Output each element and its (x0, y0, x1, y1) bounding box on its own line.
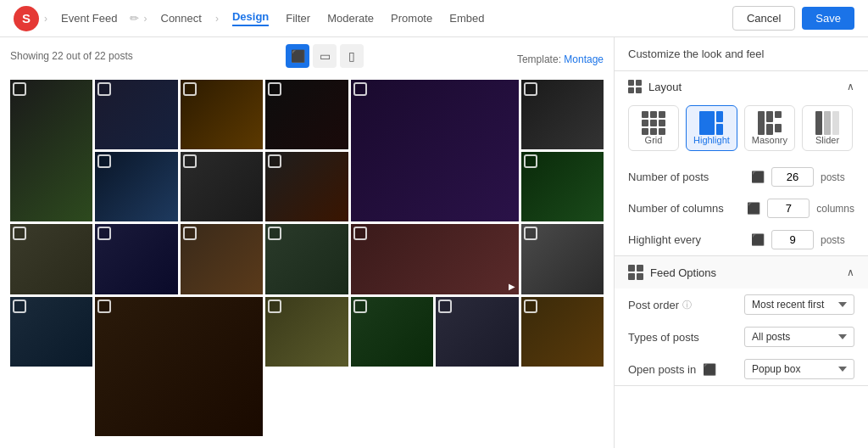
template-label: Template: Montage (517, 53, 604, 65)
breadcrumb-chevron: › (44, 13, 47, 25)
photo-cell-13[interactable] (181, 224, 263, 294)
nav-connect[interactable]: Connect (161, 12, 202, 25)
layout-label: Layout (648, 81, 682, 93)
nav-chevron-3: › (215, 13, 219, 25)
nav-chevron-2: › (144, 13, 147, 25)
device-tablet-icon[interactable]: ▭ (313, 44, 337, 68)
layout-section-header[interactable]: Layout ∧ (615, 71, 868, 102)
photo-cell-12[interactable] (95, 224, 177, 294)
photo-grid: ▶ (10, 80, 604, 436)
nav-filter[interactable]: Filter (286, 12, 310, 25)
left-panel: Showing 22 out of 22 posts ⬛ ▭ ▯ Templat… (0, 37, 614, 448)
device-bar: ⬛ ▭ ▯ (286, 44, 364, 68)
layout-options: Grid Highlight (615, 102, 868, 161)
num-columns-input[interactable] (767, 199, 810, 218)
feed-options-title: Feed Options (628, 265, 716, 280)
feed-options-section: Feed Options ∧ Post order ⓘ Most recent … (615, 256, 868, 386)
right-panel: Customize the look and feel Layout ∧ (614, 37, 868, 448)
num-columns-label: Number of columns (628, 202, 740, 215)
photo-cell-9[interactable] (265, 152, 348, 221)
layout-icon (628, 80, 642, 93)
photo-cell-20[interactable] (351, 297, 433, 367)
photo-cell-16[interactable] (521, 224, 604, 294)
types-of-posts-label: Types of posts (628, 331, 737, 344)
feed-options-label: Feed Options (650, 266, 716, 279)
photo-cell-1[interactable] (10, 80, 92, 221)
photo-cell-14[interactable] (265, 224, 348, 294)
logo: S (14, 6, 39, 31)
post-order-info-icon: ⓘ (682, 299, 692, 311)
save-button[interactable]: Save (802, 7, 854, 30)
photo-cell-18[interactable] (95, 297, 263, 436)
feed-options-chevron[interactable]: ∧ (847, 266, 854, 278)
types-of-posts-row: Types of posts All posts Photos only Vid… (615, 321, 868, 353)
showing-text: Showing 22 out of 22 posts (10, 50, 133, 62)
nav-promote[interactable]: Promote (391, 12, 432, 25)
top-nav: S › Event Feed ✏ › Connect › Design Filt… (0, 0, 868, 37)
slider-label: Slider (815, 135, 839, 145)
photo-cell-6[interactable] (521, 80, 604, 149)
num-posts-device-icon: ⬛ (751, 171, 765, 183)
photo-cell-8[interactable] (181, 152, 263, 221)
num-columns-device-icon: ⬛ (747, 202, 760, 215)
photo-cell-5[interactable] (351, 80, 519, 221)
num-posts-row: Number of posts ⬛ posts (615, 161, 868, 193)
open-posts-row: Open posts in ⬛ Popup box New tab Same t… (615, 353, 868, 385)
highlight-every-row: Highlight every ⬛ posts (615, 224, 868, 255)
breadcrumb-event-feed[interactable]: Event Feed (61, 12, 118, 25)
masonry-label: Masonry (752, 135, 787, 145)
right-panel-title: Customize the look and feel (615, 37, 868, 71)
feed-options-header[interactable]: Feed Options ∧ (615, 256, 868, 288)
photo-cell-3[interactable] (181, 80, 263, 149)
num-columns-row: Number of columns ⬛ columns (615, 193, 868, 224)
photo-cell-19[interactable] (265, 297, 348, 367)
num-columns-unit: columns (816, 203, 854, 215)
layout-option-slider[interactable]: Slider (802, 105, 853, 151)
cancel-button[interactable]: Cancel (732, 6, 795, 31)
post-order-select[interactable]: Most recent first Oldest first Random (744, 294, 854, 315)
num-posts-input[interactable] (771, 167, 814, 187)
photo-cell-4[interactable] (265, 80, 348, 149)
edit-icon[interactable]: ✏ (130, 12, 139, 25)
template-name[interactable]: Montage (564, 53, 604, 65)
open-posts-label: Open posts in ⬛ (628, 363, 737, 376)
types-of-posts-select[interactable]: All posts Photos only Videos only (744, 327, 854, 347)
photo-cell-2[interactable] (95, 80, 177, 149)
layout-option-masonry[interactable]: Masonry (744, 105, 795, 151)
photo-cell-22[interactable] (521, 297, 604, 367)
nav-embed[interactable]: Embed (449, 12, 484, 25)
photo-cell-7[interactable] (95, 152, 177, 221)
nav-moderate[interactable]: Moderate (327, 12, 374, 25)
open-posts-device-icon: ⬛ (703, 363, 716, 376)
photo-cell-17[interactable] (10, 297, 92, 367)
device-mobile-icon[interactable]: ▯ (340, 44, 364, 68)
photo-cell-10[interactable] (521, 152, 604, 221)
device-desktop-icon[interactable]: ⬛ (286, 44, 309, 68)
highlight-every-input[interactable] (771, 230, 814, 249)
highlight-every-label: Highlight every (628, 233, 744, 246)
layout-option-grid[interactable]: Grid (628, 105, 679, 151)
photo-cell-15[interactable]: ▶ (351, 224, 519, 294)
highlight-label: Highlight (693, 135, 730, 145)
post-order-label: Post order ⓘ (628, 299, 737, 311)
nav-design[interactable]: Design (232, 10, 269, 26)
highlight-every-device-icon: ⬛ (751, 233, 765, 246)
num-posts-unit: posts (821, 171, 854, 183)
feed-options-icon (628, 265, 643, 280)
post-order-row: Post order ⓘ Most recent first Oldest fi… (615, 288, 868, 321)
open-posts-select[interactable]: Popup box New tab Same tab (744, 359, 854, 379)
layout-chevron[interactable]: ∧ (847, 81, 854, 92)
highlight-every-unit: posts (821, 234, 854, 246)
main-area: Showing 22 out of 22 posts ⬛ ▭ ▯ Templat… (0, 37, 868, 448)
layout-section-title: Layout (628, 80, 682, 93)
play-icon: ▶ (509, 282, 515, 291)
layout-option-highlight[interactable]: Highlight (686, 105, 737, 151)
grid-label: Grid (645, 135, 663, 145)
num-posts-label: Number of posts (628, 171, 744, 183)
photo-cell-11[interactable] (10, 224, 92, 294)
layout-section: Layout ∧ (615, 71, 868, 256)
photo-cell-21[interactable] (436, 297, 518, 367)
